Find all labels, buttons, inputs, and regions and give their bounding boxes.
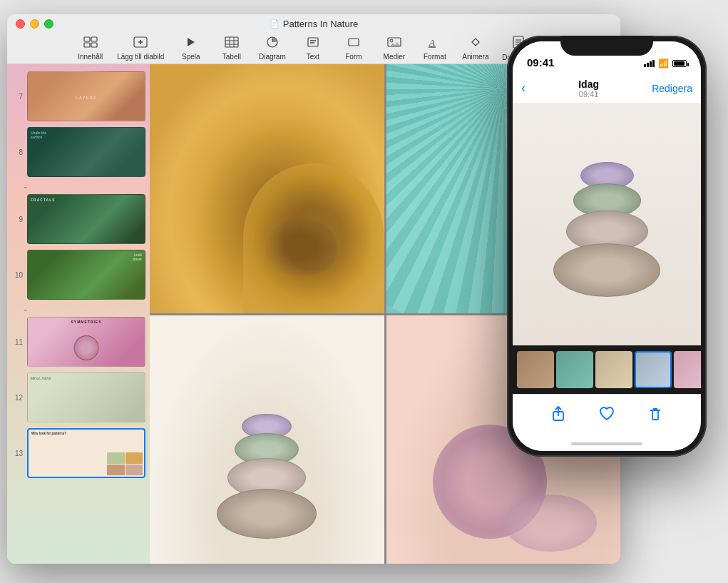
phone-urchin-4 (553, 243, 660, 297)
slide-number-7: 7 (11, 93, 23, 101)
svg-marker-21 (390, 42, 401, 46)
wifi-icon: 📶 (658, 59, 669, 69)
thumb-mini-2[interactable] (556, 351, 593, 388)
form-label: Form (345, 53, 362, 61)
slide-thumb-12: Mirror, mirror (27, 372, 145, 422)
lagg-till-label: Lägg till diabild (117, 53, 164, 61)
thumb-mini-1[interactable] (517, 351, 554, 388)
svg-text:A: A (429, 37, 435, 48)
slide-12-label: Mirror, mirror (31, 376, 51, 380)
chevron-down-1: ⌄ (23, 183, 29, 190)
svg-rect-18 (349, 39, 359, 46)
slide-item-12[interactable]: 12 Mirror, mirror (11, 371, 145, 424)
close-button[interactable] (16, 19, 25, 29)
nav-title: Idag (578, 78, 599, 90)
toolbar-animera[interactable]: Animera (456, 34, 495, 63)
animera-label: Animera (462, 53, 488, 61)
back-button[interactable]: ‹ (521, 81, 526, 96)
maximize-button[interactable] (44, 19, 53, 29)
slide-8-label: Under thesurface (31, 131, 46, 139)
minimize-button[interactable] (30, 19, 39, 29)
slide-13-label: Why look for patterns? (31, 432, 66, 436)
innehall-icon (83, 36, 98, 51)
delete-button[interactable] (647, 406, 663, 426)
lagg-till-icon (133, 36, 148, 51)
chevron-left-icon: ‹ (521, 81, 526, 96)
iphone-notch (560, 36, 653, 56)
slide-number-11: 11 (11, 338, 23, 346)
canvas-cell-tl (150, 64, 384, 313)
status-time: 09:41 (527, 56, 554, 69)
slide-item-11[interactable]: 11 SYMMETRIES (11, 315, 145, 368)
slide-10-label: Lookcloser (133, 253, 142, 261)
toolbar-diagram[interactable]: Diagram (252, 34, 292, 63)
status-icons: 📶 (644, 59, 687, 69)
spela-icon (185, 36, 197, 51)
favorite-button[interactable] (599, 406, 615, 426)
iphone-device: 09:41 📶 (507, 36, 707, 457)
medier-label: Medier (384, 53, 406, 61)
slide-number-10: 10 (11, 271, 23, 279)
format-icon: A (429, 36, 441, 51)
slide-item-8[interactable]: 8 Under thesurface (11, 126, 145, 178)
slide-thumb-13: Why look for patterns? (27, 428, 145, 478)
toolbar-text[interactable]: Text (293, 34, 332, 63)
chevron-row-1: ⌄ (11, 181, 145, 190)
thumb-mini-4[interactable] (635, 351, 672, 388)
slide-number-12: 12 (11, 394, 23, 402)
toolbar-tabell[interactable]: Tabell (212, 34, 251, 63)
chevron-row-2: ⌄ (11, 304, 145, 313)
form-icon (347, 36, 360, 51)
traffic-lights (16, 19, 53, 29)
spela-label: Spela (182, 53, 200, 61)
format-label: Format (424, 53, 446, 61)
svg-point-20 (390, 39, 393, 42)
slide-panel: 7 LAYERS 8 Under thesurface ⌄ 9 (7, 64, 150, 564)
slide-item-9[interactable]: 9 FRACTALS (11, 193, 145, 245)
svg-rect-15 (308, 38, 318, 46)
slide-thumb-10: Lookcloser (27, 250, 145, 300)
slide-number-9: 9 (11, 216, 23, 223)
slide-item-10[interactable]: 10 Lookcloser (11, 248, 145, 301)
title-text: Patterns In Nature (283, 19, 359, 29)
svg-rect-30 (652, 410, 658, 420)
urchin-bottom (217, 489, 317, 539)
slide-thumb-7: LAYERS (27, 71, 145, 121)
toolbar-form[interactable]: Form (334, 34, 373, 63)
toolbar-lagg-till[interactable]: Lägg till diabild (111, 34, 170, 63)
slide-thumb-8: Under thesurface (27, 127, 145, 177)
slide-7-content: LAYERS (28, 75, 145, 121)
toolbar-spela[interactable]: Spela (171, 34, 210, 63)
battery-icon (672, 60, 687, 67)
thumb-mini-5[interactable] (674, 351, 701, 388)
slide-item-7[interactable]: 7 LAYERS (11, 70, 145, 123)
iphone-home-indicator (513, 437, 701, 451)
toolbar-medier[interactable]: Medier (374, 34, 414, 63)
slide-number-13: 13 (11, 450, 23, 457)
tabell-icon (225, 36, 239, 51)
svg-rect-0 (84, 37, 90, 41)
urchin-stack (217, 414, 317, 539)
urchin-partial (504, 495, 597, 552)
toolbar-format[interactable]: A Format (415, 34, 454, 63)
slide-11-circle (74, 335, 99, 360)
chevron-down-2: ⌄ (23, 305, 29, 313)
thumb-mini-3[interactable] (595, 351, 632, 388)
phone-urchin-stack (553, 162, 660, 297)
slide-item-13[interactable]: 13 Why look for patterns? (11, 427, 145, 480)
iphone-screen: 09:41 📶 (513, 41, 701, 451)
share-button[interactable] (550, 406, 566, 426)
edit-button[interactable]: Redigera (652, 83, 692, 94)
tabell-label: Tabell (222, 53, 241, 61)
iphone-bottom-bar (513, 394, 701, 437)
svg-rect-1 (91, 37, 97, 41)
svg-rect-2 (84, 43, 90, 47)
svg-rect-8 (225, 37, 238, 47)
signal-icon (644, 60, 655, 67)
text-icon (307, 36, 319, 51)
toolbar-innehall[interactable]: Innehåll (71, 34, 110, 63)
text-label: Text (307, 53, 319, 61)
slide-11-label: SYMMETRIES (28, 320, 145, 324)
svg-marker-7 (188, 38, 195, 46)
svg-rect-3 (91, 43, 97, 47)
